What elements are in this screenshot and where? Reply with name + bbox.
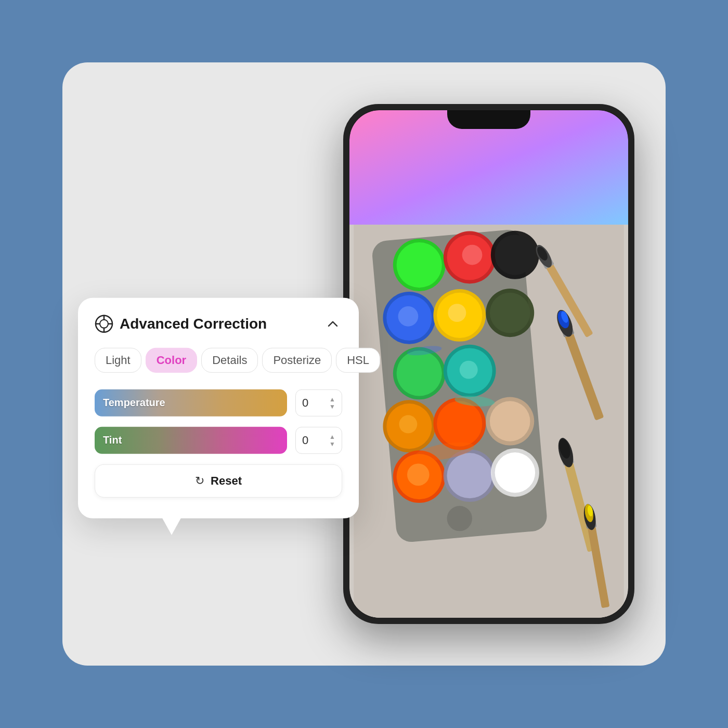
tab-light[interactable]: Light	[95, 348, 141, 373]
temperature-up-arrow[interactable]: ▲	[329, 396, 335, 402]
temperature-stepper[interactable]: ▲ ▼	[329, 396, 335, 410]
phone-notch	[447, 110, 530, 129]
svg-point-6	[462, 245, 483, 265]
main-card: Advanced Correction Light Color Details …	[62, 62, 666, 666]
svg-point-26	[437, 401, 482, 446]
svg-point-36	[414, 502, 445, 532]
svg-point-3	[397, 242, 442, 288]
temperature-label: Temperature	[103, 397, 165, 409]
svg-point-31	[407, 463, 430, 486]
temperature-value: 0	[302, 396, 308, 410]
panel-header: Advanced Correction	[95, 315, 342, 333]
svg-point-18	[397, 350, 442, 396]
svg-point-21	[460, 361, 478, 379]
tint-value: 0	[302, 434, 308, 447]
svg-point-16	[490, 293, 530, 333]
svg-point-37	[447, 506, 472, 531]
temperature-slider-row: Temperature 0 ▲ ▼	[95, 389, 342, 417]
correction-panel: Advanced Correction Light Color Details …	[78, 298, 359, 518]
tint-down-arrow[interactable]: ▼	[329, 441, 335, 447]
palette-image	[349, 225, 628, 618]
temperature-value-box: 0 ▲ ▼	[295, 389, 342, 417]
tab-hsl[interactable]: HSL	[336, 348, 380, 373]
svg-point-11	[398, 306, 419, 327]
tint-slider-row: Tint 0 ▲ ▼	[95, 427, 342, 454]
tint-value-box: 0 ▲ ▼	[295, 427, 342, 454]
reset-icon: ↻	[195, 474, 204, 488]
phone-screen	[349, 110, 628, 618]
tab-details[interactable]: Details	[201, 348, 258, 373]
svg-point-35	[495, 452, 536, 493]
phone-content	[349, 225, 628, 618]
tint-stepper[interactable]: ▲ ▼	[329, 434, 335, 447]
svg-point-33	[447, 453, 492, 498]
reset-button[interactable]: ↻ Reset	[95, 464, 342, 498]
svg-point-28	[490, 401, 530, 441]
svg-point-61	[100, 320, 108, 328]
svg-point-24	[399, 415, 417, 433]
correction-icon	[95, 315, 113, 333]
tab-posterize[interactable]: Posterize	[262, 348, 332, 373]
collapse-button[interactable]	[323, 315, 342, 333]
phone-mockup	[343, 104, 634, 624]
svg-point-14	[448, 304, 466, 322]
tint-up-arrow[interactable]: ▲	[329, 434, 335, 440]
tab-color[interactable]: Color	[146, 348, 197, 373]
tint-label: Tint	[103, 434, 122, 446]
tabs-container: Light Color Details Posterize HSL	[95, 348, 342, 373]
panel-title: Advanced Correction	[120, 316, 267, 332]
reset-label: Reset	[211, 474, 242, 488]
tint-slider-track[interactable]: Tint	[95, 427, 287, 454]
svg-point-8	[495, 235, 536, 275]
temperature-down-arrow[interactable]: ▼	[329, 404, 335, 410]
panel-title-group: Advanced Correction	[95, 315, 267, 333]
svg-point-38	[473, 503, 501, 531]
temperature-slider-track[interactable]: Temperature	[95, 389, 287, 417]
